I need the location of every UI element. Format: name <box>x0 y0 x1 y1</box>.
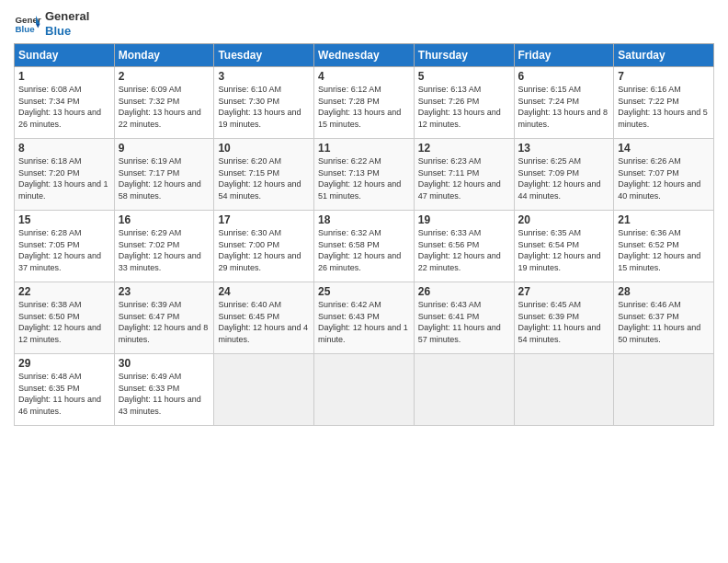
day-info: Sunrise: 6:13 AM Sunset: 7:26 PM Dayligh… <box>418 84 510 130</box>
logo-icon: General Blue <box>14 10 41 38</box>
col-wednesday: Wednesday <box>314 44 415 67</box>
day-number: 11 <box>318 142 410 155</box>
table-row: 11 Sunrise: 6:22 AM Sunset: 7:13 PM Dayl… <box>314 139 415 211</box>
day-info: Sunrise: 6:30 AM Sunset: 7:00 PM Dayligh… <box>218 227 310 273</box>
day-info: Sunrise: 6:10 AM Sunset: 7:30 PM Dayligh… <box>218 84 310 130</box>
day-number: 29 <box>18 357 110 370</box>
empty-cell <box>214 354 314 426</box>
table-row: 21 Sunrise: 6:36 AM Sunset: 6:52 PM Dayl… <box>614 211 714 282</box>
calendar-week-1: 1 Sunrise: 6:08 AMSunset: 7:34 PMDayligh… <box>15 67 714 139</box>
day-info: Sunrise: 6:36 AM Sunset: 6:52 PM Dayligh… <box>618 227 710 273</box>
day-info: Sunrise: 6:28 AM Sunset: 7:05 PM Dayligh… <box>18 227 110 273</box>
col-tuesday: Tuesday <box>214 44 314 67</box>
table-row: 2 Sunrise: 6:09 AM Sunset: 7:32 PM Dayli… <box>114 67 214 139</box>
table-row: 28 Sunrise: 6:46 AM Sunset: 6:37 PM Dayl… <box>614 282 714 354</box>
day-number: 17 <box>218 213 310 226</box>
day-number: 21 <box>618 213 710 226</box>
day-info: Sunrise: 6:33 AM Sunset: 6:56 PM Dayligh… <box>418 227 510 273</box>
col-friday: Friday <box>514 44 614 67</box>
day-number: 26 <box>418 285 510 298</box>
day-number: 4 <box>318 70 410 83</box>
day-number: 13 <box>518 142 610 155</box>
day-number: 14 <box>618 142 710 155</box>
calendar-week-5: 29 Sunrise: 6:48 AM Sunset: 6:35 PM Dayl… <box>15 354 714 426</box>
svg-text:Blue: Blue <box>16 24 36 34</box>
day-number: 23 <box>119 285 210 298</box>
col-monday: Monday <box>114 44 214 67</box>
calendar-week-3: 15 Sunrise: 6:28 AM Sunset: 7:05 PM Dayl… <box>15 211 714 282</box>
calendar: Sunday Monday Tuesday Wednesday Thursday… <box>14 43 714 426</box>
table-row: 14 Sunrise: 6:26 AM Sunset: 7:07 PM Dayl… <box>614 139 714 211</box>
day-number: 3 <box>218 70 310 83</box>
table-row: 25 Sunrise: 6:42 AM Sunset: 6:43 PM Dayl… <box>314 282 415 354</box>
empty-cell <box>414 354 514 426</box>
table-row: 1 Sunrise: 6:08 AMSunset: 7:34 PMDayligh… <box>15 67 115 139</box>
day-info: Sunrise: 6:25 AM Sunset: 7:09 PM Dayligh… <box>518 155 610 201</box>
day-number: 5 <box>418 70 510 83</box>
day-number: 25 <box>318 285 410 298</box>
table-row: 19 Sunrise: 6:33 AM Sunset: 6:56 PM Dayl… <box>414 211 514 282</box>
day-info: Sunrise: 6:48 AM Sunset: 6:35 PM Dayligh… <box>18 371 110 417</box>
day-number: 1 <box>18 70 110 83</box>
table-row: 22 Sunrise: 6:38 AM Sunset: 6:50 PM Dayl… <box>15 282 115 354</box>
day-info: Sunrise: 6:19 AM Sunset: 7:17 PM Dayligh… <box>119 155 210 201</box>
day-number: 28 <box>618 285 710 298</box>
day-info: Sunrise: 6:26 AM Sunset: 7:07 PM Dayligh… <box>618 155 710 201</box>
day-number: 27 <box>518 285 610 298</box>
day-number: 12 <box>418 142 510 155</box>
day-info: Sunrise: 6:29 AM Sunset: 7:02 PM Dayligh… <box>119 227 210 273</box>
col-saturday: Saturday <box>614 44 714 67</box>
table-row: 18 Sunrise: 6:32 AM Sunset: 6:58 PM Dayl… <box>314 211 415 282</box>
table-row: 9 Sunrise: 6:19 AM Sunset: 7:17 PM Dayli… <box>114 139 214 211</box>
table-row: 26 Sunrise: 6:43 AM Sunset: 6:41 PM Dayl… <box>414 282 514 354</box>
day-info: Sunrise: 6:32 AM Sunset: 6:58 PM Dayligh… <box>318 227 410 273</box>
page-container: General Blue General Blue Sunday Monday … <box>0 0 728 433</box>
table-row: 13 Sunrise: 6:25 AM Sunset: 7:09 PM Dayl… <box>514 139 614 211</box>
day-info: Sunrise: 6:40 AM Sunset: 6:45 PM Dayligh… <box>218 299 310 345</box>
table-row: 15 Sunrise: 6:28 AM Sunset: 7:05 PM Dayl… <box>15 211 115 282</box>
table-row: 5 Sunrise: 6:13 AM Sunset: 7:26 PM Dayli… <box>414 67 514 139</box>
empty-cell <box>314 354 415 426</box>
day-number: 10 <box>218 142 310 155</box>
day-info: Sunrise: 6:20 AM Sunset: 7:15 PM Dayligh… <box>218 155 310 201</box>
table-row: 16 Sunrise: 6:29 AM Sunset: 7:02 PM Dayl… <box>114 211 214 282</box>
day-info: Sunrise: 6:46 AM Sunset: 6:37 PM Dayligh… <box>618 299 710 345</box>
day-number: 7 <box>618 70 710 83</box>
calendar-week-4: 22 Sunrise: 6:38 AM Sunset: 6:50 PM Dayl… <box>15 282 714 354</box>
table-row: 7 Sunrise: 6:16 AM Sunset: 7:22 PM Dayli… <box>614 67 714 139</box>
day-number: 9 <box>119 142 210 155</box>
day-number: 19 <box>418 213 510 226</box>
table-row: 20 Sunrise: 6:35 AM Sunset: 6:54 PM Dayl… <box>514 211 614 282</box>
svg-marker-3 <box>36 24 40 29</box>
day-info: Sunrise: 6:16 AM Sunset: 7:22 PM Dayligh… <box>618 84 710 130</box>
day-info: Sunrise: 6:39 AM Sunset: 6:47 PM Dayligh… <box>119 299 210 345</box>
table-row: 29 Sunrise: 6:48 AM Sunset: 6:35 PM Dayl… <box>15 354 115 426</box>
day-number: 15 <box>18 213 110 226</box>
day-info: Sunrise: 6:09 AM Sunset: 7:32 PM Dayligh… <box>119 84 210 130</box>
table-row: 4 Sunrise: 6:12 AM Sunset: 7:28 PM Dayli… <box>314 67 415 139</box>
table-row: 12 Sunrise: 6:23 AM Sunset: 7:11 PM Dayl… <box>414 139 514 211</box>
day-info: Sunrise: 6:22 AM Sunset: 7:13 PM Dayligh… <box>318 155 410 201</box>
table-row: 17 Sunrise: 6:30 AM Sunset: 7:00 PM Dayl… <box>214 211 314 282</box>
calendar-header-row: Sunday Monday Tuesday Wednesday Thursday… <box>15 44 714 67</box>
day-info: Sunrise: 6:15 AM Sunset: 7:24 PM Dayligh… <box>518 84 610 130</box>
day-info: Sunrise: 6:08 AMSunset: 7:34 PMDaylight:… <box>18 84 110 130</box>
empty-cell <box>614 354 714 426</box>
day-number: 6 <box>518 70 610 83</box>
day-number: 18 <box>318 213 410 226</box>
day-number: 8 <box>18 142 110 155</box>
table-row: 24 Sunrise: 6:40 AM Sunset: 6:45 PM Dayl… <box>214 282 314 354</box>
day-info: Sunrise: 6:23 AM Sunset: 7:11 PM Dayligh… <box>418 155 510 201</box>
table-row: 30 Sunrise: 6:49 AM Sunset: 6:33 PM Dayl… <box>114 354 214 426</box>
day-info: Sunrise: 6:49 AM Sunset: 6:33 PM Dayligh… <box>119 371 210 417</box>
table-row: 6 Sunrise: 6:15 AM Sunset: 7:24 PM Dayli… <box>514 67 614 139</box>
day-info: Sunrise: 6:45 AM Sunset: 6:39 PM Dayligh… <box>518 299 610 345</box>
col-thursday: Thursday <box>414 44 514 67</box>
table-row: 27 Sunrise: 6:45 AM Sunset: 6:39 PM Dayl… <box>514 282 614 354</box>
day-info: Sunrise: 6:12 AM Sunset: 7:28 PM Dayligh… <box>318 84 410 130</box>
col-sunday: Sunday <box>15 44 115 67</box>
table-row: 8 Sunrise: 6:18 AM Sunset: 7:20 PM Dayli… <box>15 139 115 211</box>
day-info: Sunrise: 6:18 AM Sunset: 7:20 PM Dayligh… <box>18 155 110 201</box>
day-number: 30 <box>119 357 210 370</box>
day-number: 2 <box>119 70 210 83</box>
